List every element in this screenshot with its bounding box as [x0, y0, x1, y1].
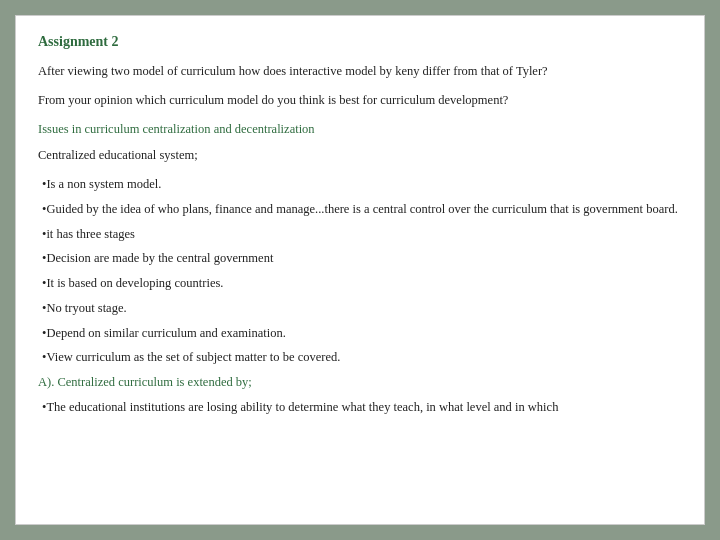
document-container: Assignment 2 After viewing two model of … — [15, 15, 705, 525]
bullet-item-4: •Decision are made by the central govern… — [38, 249, 682, 268]
green-heading-1: Issues in curriculum centralization and … — [38, 120, 682, 139]
bullet-item-1: •Is a non system model. — [38, 175, 682, 194]
last-bullet: •The educational institutions are losing… — [38, 398, 682, 417]
paragraph-2: From your opinion which curriculum model… — [38, 91, 682, 110]
bullet-item-8: •View curriculum as the set of subject m… — [38, 348, 682, 367]
bullet-item-7: •Depend on similar curriculum and examin… — [38, 324, 682, 343]
bullet-item-6: •No tryout stage. — [38, 299, 682, 318]
bullet-item-3: •it has three stages — [38, 225, 682, 244]
bullet-item-5: •It is based on developing countries. — [38, 274, 682, 293]
subsection-label: Centralized educational system; — [38, 146, 682, 165]
section-a-label: A). Centralized curriculum is extended b… — [38, 373, 682, 392]
paragraph-1: After viewing two model of curriculum ho… — [38, 62, 682, 81]
bullet-item-2: •Guided by the idea of who plans, financ… — [38, 200, 682, 219]
document-title: Assignment 2 — [38, 34, 682, 50]
